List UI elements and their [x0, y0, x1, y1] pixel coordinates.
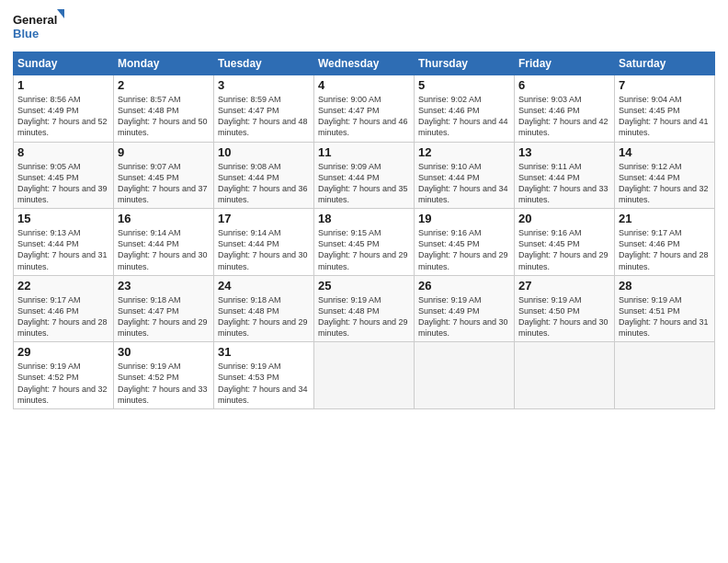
- day-number: 4: [318, 78, 410, 92]
- day-number: 30: [118, 345, 210, 359]
- col-header-wednesday: Wednesday: [314, 52, 415, 75]
- day-cell: 1 Sunrise: 8:56 AM Sunset: 4:49 PM Dayli…: [14, 75, 114, 143]
- day-cell: 2 Sunrise: 8:57 AM Sunset: 4:48 PM Dayli…: [114, 75, 214, 143]
- day-cell: 7 Sunrise: 9:04 AM Sunset: 4:45 PM Dayli…: [615, 75, 715, 143]
- day-cell: 8 Sunrise: 9:05 AM Sunset: 4:45 PM Dayli…: [14, 142, 114, 209]
- day-detail: Sunrise: 9:19 AM Sunset: 4:49 PM Dayligh…: [418, 294, 510, 339]
- day-detail: Sunrise: 9:05 AM Sunset: 4:45 PM Dayligh…: [17, 161, 109, 206]
- day-cell: 13 Sunrise: 9:11 AM Sunset: 4:44 PM Dayl…: [515, 142, 615, 209]
- day-detail: Sunrise: 9:19 AM Sunset: 4:50 PM Dayligh…: [518, 294, 610, 339]
- day-cell: 6 Sunrise: 9:03 AM Sunset: 4:46 PM Dayli…: [515, 75, 615, 143]
- day-cell: 14 Sunrise: 9:12 AM Sunset: 4:44 PM Dayl…: [615, 142, 715, 209]
- svg-text:Blue: Blue: [13, 27, 39, 40]
- day-number: 17: [218, 212, 310, 225]
- day-number: 22: [17, 279, 109, 293]
- day-number: 12: [418, 145, 510, 159]
- day-number: 2: [118, 78, 210, 92]
- day-number: 11: [318, 145, 410, 159]
- day-cell: 9 Sunrise: 9:07 AM Sunset: 4:45 PM Dayli…: [114, 142, 214, 209]
- day-cell: 10 Sunrise: 9:08 AM Sunset: 4:44 PM Dayl…: [214, 142, 314, 209]
- day-detail: Sunrise: 8:56 AM Sunset: 4:49 PM Dayligh…: [17, 94, 109, 139]
- day-number: 5: [418, 78, 510, 92]
- day-number: 28: [619, 279, 711, 293]
- col-header-monday: Monday: [114, 52, 214, 75]
- day-number: 14: [619, 145, 711, 159]
- day-number: 16: [118, 212, 210, 225]
- col-header-saturday: Saturday: [615, 52, 715, 75]
- col-header-thursday: Thursday: [415, 52, 515, 75]
- week-row-1: 1 Sunrise: 8:56 AM Sunset: 4:49 PM Dayli…: [14, 75, 715, 143]
- day-number: 15: [17, 212, 109, 225]
- day-number: 24: [218, 279, 310, 293]
- day-cell: 16 Sunrise: 9:14 AM Sunset: 4:44 PM Dayl…: [114, 209, 214, 276]
- week-row-4: 22 Sunrise: 9:17 AM Sunset: 4:46 PM Dayl…: [14, 275, 715, 342]
- day-detail: Sunrise: 8:59 AM Sunset: 4:47 PM Dayligh…: [218, 94, 310, 139]
- day-cell: 22 Sunrise: 9:17 AM Sunset: 4:46 PM Dayl…: [14, 275, 114, 342]
- day-cell: 3 Sunrise: 8:59 AM Sunset: 4:47 PM Dayli…: [214, 75, 314, 143]
- page-container: General Blue SundayMondayTuesdayWednesda…: [0, 0, 728, 419]
- day-number: 25: [318, 279, 410, 293]
- day-cell: 11 Sunrise: 9:09 AM Sunset: 4:44 PM Dayl…: [314, 142, 415, 209]
- day-cell: 12 Sunrise: 9:10 AM Sunset: 4:44 PM Dayl…: [415, 142, 515, 209]
- day-number: 10: [218, 145, 310, 159]
- day-detail: Sunrise: 9:14 AM Sunset: 4:44 PM Dayligh…: [218, 227, 310, 272]
- day-cell: 18 Sunrise: 9:15 AM Sunset: 4:45 PM Dayl…: [314, 209, 415, 276]
- day-number: 9: [118, 145, 210, 159]
- day-detail: Sunrise: 9:14 AM Sunset: 4:44 PM Dayligh…: [118, 227, 210, 272]
- col-header-tuesday: Tuesday: [214, 52, 314, 75]
- day-cell: 19 Sunrise: 9:16 AM Sunset: 4:45 PM Dayl…: [415, 209, 515, 276]
- calendar-table: SundayMondayTuesdayWednesdayThursdayFrid…: [13, 52, 715, 409]
- week-row-3: 15 Sunrise: 9:13 AM Sunset: 4:44 PM Dayl…: [14, 209, 715, 276]
- logo: General Blue: [13, 9, 64, 44]
- day-detail: Sunrise: 9:19 AM Sunset: 4:52 PM Dayligh…: [118, 361, 210, 406]
- day-number: 3: [218, 78, 310, 92]
- day-detail: Sunrise: 9:08 AM Sunset: 4:44 PM Dayligh…: [218, 161, 310, 206]
- day-detail: Sunrise: 9:19 AM Sunset: 4:52 PM Dayligh…: [17, 361, 109, 406]
- col-header-sunday: Sunday: [14, 52, 114, 75]
- day-cell: 15 Sunrise: 9:13 AM Sunset: 4:44 PM Dayl…: [14, 209, 114, 276]
- day-cell: 21 Sunrise: 9:17 AM Sunset: 4:46 PM Dayl…: [615, 209, 715, 276]
- day-number: 29: [17, 345, 109, 359]
- day-cell: 20 Sunrise: 9:16 AM Sunset: 4:45 PM Dayl…: [515, 209, 615, 276]
- day-cell: [314, 342, 415, 409]
- day-number: 23: [118, 279, 210, 293]
- day-detail: Sunrise: 9:11 AM Sunset: 4:44 PM Dayligh…: [518, 161, 610, 206]
- day-cell: 23 Sunrise: 9:18 AM Sunset: 4:47 PM Dayl…: [114, 275, 214, 342]
- day-cell: 27 Sunrise: 9:19 AM Sunset: 4:50 PM Dayl…: [515, 275, 615, 342]
- day-number: 13: [518, 145, 610, 159]
- day-detail: Sunrise: 9:17 AM Sunset: 4:46 PM Dayligh…: [17, 294, 109, 339]
- logo-svg: General Blue: [13, 9, 64, 44]
- day-detail: Sunrise: 9:16 AM Sunset: 4:45 PM Dayligh…: [418, 227, 510, 272]
- day-cell: [515, 342, 615, 409]
- day-detail: Sunrise: 9:19 AM Sunset: 4:51 PM Dayligh…: [619, 294, 711, 339]
- day-detail: Sunrise: 9:13 AM Sunset: 4:44 PM Dayligh…: [17, 227, 109, 272]
- day-detail: Sunrise: 9:12 AM Sunset: 4:44 PM Dayligh…: [619, 161, 711, 206]
- day-detail: Sunrise: 8:57 AM Sunset: 4:48 PM Dayligh…: [118, 94, 210, 139]
- day-cell: 29 Sunrise: 9:19 AM Sunset: 4:52 PM Dayl…: [14, 342, 114, 409]
- day-number: 6: [518, 78, 610, 92]
- day-detail: Sunrise: 9:03 AM Sunset: 4:46 PM Dayligh…: [518, 94, 610, 139]
- day-cell: 30 Sunrise: 9:19 AM Sunset: 4:52 PM Dayl…: [114, 342, 214, 409]
- day-detail: Sunrise: 9:17 AM Sunset: 4:46 PM Dayligh…: [619, 227, 711, 272]
- day-number: 19: [418, 212, 510, 225]
- day-detail: Sunrise: 9:16 AM Sunset: 4:45 PM Dayligh…: [518, 227, 610, 272]
- day-number: 8: [17, 145, 109, 159]
- svg-marker-2: [57, 9, 64, 18]
- day-detail: Sunrise: 9:19 AM Sunset: 4:53 PM Dayligh…: [218, 361, 310, 406]
- day-number: 26: [418, 279, 510, 293]
- day-number: 20: [518, 212, 610, 225]
- day-detail: Sunrise: 9:09 AM Sunset: 4:44 PM Dayligh…: [318, 161, 410, 206]
- svg-text:General: General: [13, 13, 57, 27]
- day-detail: Sunrise: 9:18 AM Sunset: 4:48 PM Dayligh…: [218, 294, 310, 339]
- day-detail: Sunrise: 9:15 AM Sunset: 4:45 PM Dayligh…: [318, 227, 410, 272]
- day-cell: 24 Sunrise: 9:18 AM Sunset: 4:48 PM Dayl…: [214, 275, 314, 342]
- day-detail: Sunrise: 9:07 AM Sunset: 4:45 PM Dayligh…: [118, 161, 210, 206]
- week-row-5: 29 Sunrise: 9:19 AM Sunset: 4:52 PM Dayl…: [14, 342, 715, 409]
- day-detail: Sunrise: 9:02 AM Sunset: 4:46 PM Dayligh…: [418, 94, 510, 139]
- day-cell: 26 Sunrise: 9:19 AM Sunset: 4:49 PM Dayl…: [415, 275, 515, 342]
- day-cell: 31 Sunrise: 9:19 AM Sunset: 4:53 PM Dayl…: [214, 342, 314, 409]
- day-cell: 5 Sunrise: 9:02 AM Sunset: 4:46 PM Dayli…: [415, 75, 515, 143]
- day-number: 7: [619, 78, 711, 92]
- day-cell: [615, 342, 715, 409]
- day-number: 27: [518, 279, 610, 293]
